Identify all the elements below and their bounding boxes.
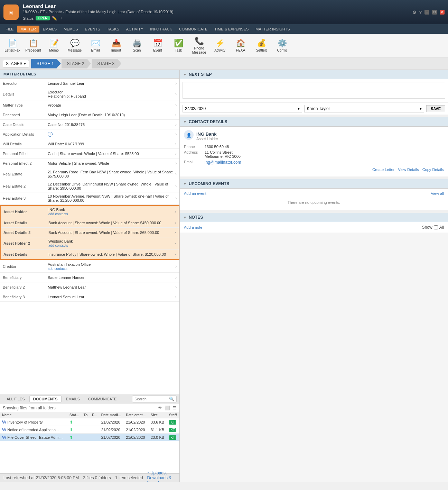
add-icon[interactable]: ＋: [59, 15, 63, 21]
stage-2-tab[interactable]: STAGE 2: [62, 59, 91, 69]
asset-holder-2-row[interactable]: Asset Holder 2 Westpac Bankadd contacts …: [1, 237, 179, 249]
application-details-row[interactable]: Application Details + ›: [0, 129, 179, 139]
uploads-link[interactable]: ↑ Uploads, Downloads & Exports: [147, 471, 176, 482]
scan-button[interactable]: 🖨️ Scan: [127, 36, 147, 55]
menu-activity[interactable]: ACTIVITY: [123, 26, 147, 33]
next-step-textarea[interactable]: [183, 82, 445, 99]
deceased-row[interactable]: Deceased Maisy Leigh Lear (Date of Death…: [0, 110, 179, 120]
create-letter-link[interactable]: Create Letter: [372, 167, 394, 172]
memo-button[interactable]: 📝 Memo: [44, 36, 64, 55]
menu-tasks[interactable]: TASKS: [104, 26, 123, 33]
pexa-button[interactable]: 🏠 PEXA: [231, 36, 250, 55]
will-details-row[interactable]: Will Details Will Date: 01/07/1999 ›: [0, 139, 179, 149]
real-estate-3-arrow-icon: ›: [175, 196, 177, 201]
minimize-button[interactable]: ─: [424, 10, 429, 15]
next-step-save-button[interactable]: SAVE: [426, 105, 445, 112]
notes-top-row: Add a note Show All: [184, 225, 444, 230]
file-search-input[interactable]: [134, 397, 169, 401]
task-label: Task: [175, 48, 182, 53]
menu-time-expenses[interactable]: TIME & EXPENSES: [211, 26, 252, 33]
menu-events[interactable]: EVENTS: [82, 26, 104, 33]
activity-button[interactable]: ⚡ Activity: [210, 36, 230, 55]
asset-details-2-row[interactable]: Asset Details 2 Bank Account | Share own…: [1, 228, 179, 237]
menu-infotrack[interactable]: INFOTRACK: [147, 26, 176, 33]
stage-1-tab[interactable]: STAGE 1: [31, 59, 61, 69]
phone-message-button[interactable]: 📞 Phone Message: [189, 35, 209, 56]
beneficiary-row[interactable]: Beneficiary Sadie Leanne Hansen ›: [0, 273, 179, 282]
personal-effect-2-arrow-icon: ›: [175, 161, 177, 166]
grid-view-icon[interactable]: ⬜: [165, 406, 170, 410]
task-button[interactable]: ✅ Task: [169, 36, 188, 55]
add-contacts-2-link[interactable]: add contacts: [48, 244, 68, 247]
asset-holder-row[interactable]: Asset Holder ING Bankadd contacts ›: [1, 206, 179, 218]
message-button[interactable]: 💬 Message: [65, 36, 84, 55]
add-contacts-link[interactable]: add contacts: [48, 212, 68, 216]
details-row[interactable]: Details ExecutorRelationship: Husband ›: [0, 88, 179, 100]
menu-communicate[interactable]: COMMUNICATE: [176, 26, 211, 33]
task-icon: ✅: [174, 39, 183, 48]
help-icon[interactable]: ?: [419, 10, 422, 15]
matter-type-row[interactable]: Matter Type Probate ›: [0, 100, 179, 110]
list-view-icon[interactable]: ☰: [173, 406, 177, 410]
asset-details-3-row[interactable]: Asset Details Insurance Policy | Share o…: [1, 249, 179, 259]
notes-expand-icon: ▼: [183, 216, 187, 219]
beneficiary-3-row[interactable]: Beneficiary 3 Leonard Samuel Lear ›: [0, 292, 179, 302]
memo-label: Memo: [49, 48, 59, 53]
beneficiary-2-row[interactable]: Beneficiary 2 Matthew Leonard Lear ›: [0, 282, 179, 292]
menu-memos[interactable]: MEMOS: [60, 26, 82, 33]
all-label: All: [439, 225, 444, 230]
maximize-button[interactable]: □: [432, 10, 437, 15]
import-button[interactable]: 📥 Import: [106, 36, 126, 55]
table-row[interactable]: W File Cover Sheet - Estate Admi... ⬆ 21…: [0, 434, 179, 441]
event-button[interactable]: 📅 Event: [148, 36, 167, 55]
menu-matter-insights[interactable]: MATTER INSIGHTS: [252, 26, 293, 33]
view-details-link[interactable]: View Details: [398, 167, 419, 172]
stages-dropdown[interactable]: STAGES ▾: [3, 60, 29, 67]
app-details-arrow-icon: ›: [175, 132, 177, 137]
real-estate-2-row[interactable]: Real Estate 2 12 December Drive, Darling…: [0, 180, 179, 192]
add-note-link[interactable]: Add a note: [184, 225, 202, 229]
preview-icon[interactable]: 👁: [158, 406, 162, 410]
emails-tab[interactable]: EMAILS: [62, 396, 84, 402]
menu-matter[interactable]: MATTER: [17, 26, 39, 33]
settlett-button[interactable]: 💰 SettleIt: [252, 36, 271, 55]
table-row[interactable]: W Inventory of Property ⬆ 21/02/2020 21/…: [0, 418, 179, 426]
asset-details-row[interactable]: Asset Details Bank Account | Share owned…: [1, 218, 179, 228]
menu-file[interactable]: FILE: [2, 26, 17, 33]
copy-details-link[interactable]: Copy Details: [422, 167, 444, 172]
real-estate-3-row[interactable]: Real Estate 3 10 November Avenue, Newpor…: [0, 192, 179, 205]
settings-icon[interactable]: ⚙: [412, 10, 417, 15]
notes-all-checkbox[interactable]: [434, 225, 438, 229]
creditor-row[interactable]: Creditor Australian Taxation Officeadd c…: [0, 261, 179, 273]
menu-emails[interactable]: EMAILS: [39, 26, 60, 33]
case-details-row[interactable]: Case Details Case No: 2019/38476 ›: [0, 120, 179, 129]
email-button[interactable]: ✉️ Email: [86, 36, 105, 55]
next-step-person-dropdown[interactable]: Karen Taylor ▾: [304, 105, 424, 112]
letter-fax-button[interactable]: 📄 Letter/Fax: [3, 36, 22, 55]
table-row[interactable]: W Notice of Intended Applicatio... ⬆ 21/…: [0, 426, 179, 434]
contact-avatar-icon: 👤: [184, 130, 194, 142]
communicate-tab[interactable]: COMMUNICATE: [84, 396, 120, 402]
personal-effect-2-row[interactable]: Personal Effect 2 Motor Vehicle | Share …: [0, 158, 179, 168]
config-button[interactable]: ⚙️ Config: [272, 36, 292, 55]
close-button[interactable]: ✕: [440, 10, 445, 15]
contact-email-link[interactable]: ing@mailinator.com: [205, 160, 241, 165]
all-files-tab[interactable]: ALL FILES: [3, 396, 29, 402]
add-event-link[interactable]: Add an event: [184, 191, 206, 196]
next-step-expand-icon: ▼: [183, 73, 187, 76]
col-staff: Staff: [167, 412, 179, 418]
edit-icon[interactable]: ✏️: [52, 16, 57, 21]
add-application-icon[interactable]: +: [48, 132, 53, 137]
personal-effect-row[interactable]: Personal Effect Cash | Share owned: Whol…: [0, 149, 179, 158]
add-creditor-contacts-link[interactable]: add contacts: [48, 267, 67, 271]
documents-tab[interactable]: DOCUMENTS: [29, 396, 62, 402]
stages-chevron-icon: ▾: [24, 61, 26, 66]
real-estate-row[interactable]: Real Estate 21 February Road, Fern Bay N…: [0, 168, 179, 180]
view-all-events-link[interactable]: View all: [431, 191, 444, 196]
next-step-date-dropdown[interactable]: 24/02/2020 ▾: [183, 105, 302, 112]
contact-name: ING Bank: [196, 131, 218, 137]
executor-row[interactable]: Executor Leonard Samuel Lear ›: [0, 79, 179, 88]
file-search-box[interactable]: 🔍: [132, 396, 177, 402]
precedent-button[interactable]: 📋 Precedent: [24, 36, 43, 55]
stage-3-tab[interactable]: STAGE 3: [92, 59, 121, 69]
